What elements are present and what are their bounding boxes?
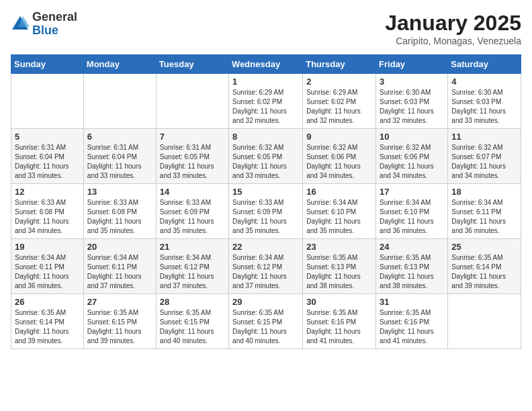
calendar-cell: 9 Sunrise: 6:32 AMSunset: 6:06 PMDayligh…	[303, 129, 376, 184]
day-info: Sunrise: 6:32 AMSunset: 6:05 PMDaylight:…	[232, 143, 299, 181]
calendar-cell: 10 Sunrise: 6:32 AMSunset: 6:06 PMDaylig…	[376, 129, 448, 184]
page-header: General Blue January 2025 Caripito, Mona…	[11, 11, 521, 46]
calendar-cell: 2 Sunrise: 6:29 AMSunset: 6:02 PMDayligh…	[303, 74, 376, 129]
col-header-thursday: Thursday	[303, 55, 376, 74]
calendar-cell: 7 Sunrise: 6:31 AMSunset: 6:05 PMDayligh…	[156, 129, 228, 184]
calendar-header-row: SundayMondayTuesdayWednesdayThursdayFrid…	[11, 55, 521, 74]
day-info: Sunrise: 6:35 AMSunset: 6:15 PMDaylight:…	[87, 308, 152, 346]
calendar-cell: 16 Sunrise: 6:34 AMSunset: 6:10 PMDaylig…	[303, 184, 376, 239]
calendar-cell: 31 Sunrise: 6:35 AMSunset: 6:16 PMDaylig…	[376, 294, 448, 349]
calendar-cell: 20 Sunrise: 6:34 AMSunset: 6:11 PMDaylig…	[83, 239, 156, 294]
day-info: Sunrise: 6:34 AMSunset: 6:10 PMDaylight:…	[306, 198, 372, 236]
day-info: Sunrise: 6:33 AMSunset: 6:09 PMDaylight:…	[160, 198, 225, 236]
calendar-cell: 4 Sunrise: 6:30 AMSunset: 6:03 PMDayligh…	[448, 74, 521, 129]
day-number: 7	[160, 132, 225, 142]
day-info: Sunrise: 6:35 AMSunset: 6:15 PMDaylight:…	[232, 308, 299, 346]
day-info: Sunrise: 6:35 AMSunset: 6:15 PMDaylight:…	[160, 308, 225, 346]
logo-general-text: General	[32, 11, 77, 24]
day-number: 17	[380, 187, 444, 197]
calendar-week-row: 1 Sunrise: 6:29 AMSunset: 6:02 PMDayligh…	[11, 74, 521, 129]
calendar-cell: 6 Sunrise: 6:31 AMSunset: 6:04 PMDayligh…	[83, 129, 156, 184]
logo-icon	[11, 15, 30, 34]
day-number: 21	[160, 242, 225, 252]
day-info: Sunrise: 6:33 AMSunset: 6:08 PMDaylight:…	[15, 198, 80, 236]
calendar-week-row: 12 Sunrise: 6:33 AMSunset: 6:08 PMDaylig…	[11, 184, 521, 239]
calendar-cell: 18 Sunrise: 6:34 AMSunset: 6:11 PMDaylig…	[448, 184, 521, 239]
title-block: January 2025 Caripito, Monagas, Venezuel…	[385, 11, 521, 46]
day-number: 25	[451, 242, 517, 252]
day-number: 30	[306, 297, 372, 307]
day-info: Sunrise: 6:35 AMSunset: 6:14 PMDaylight:…	[15, 308, 80, 346]
col-header-friday: Friday	[376, 55, 448, 74]
logo: General Blue	[11, 11, 77, 38]
day-info: Sunrise: 6:33 AMSunset: 6:09 PMDaylight:…	[232, 198, 299, 236]
calendar-cell: 19 Sunrise: 6:34 AMSunset: 6:11 PMDaylig…	[11, 239, 84, 294]
day-info: Sunrise: 6:30 AMSunset: 6:03 PMDaylight:…	[451, 88, 517, 126]
day-info: Sunrise: 6:34 AMSunset: 6:11 PMDaylight:…	[15, 253, 80, 291]
day-info: Sunrise: 6:31 AMSunset: 6:05 PMDaylight:…	[160, 143, 225, 181]
day-number: 23	[306, 242, 372, 252]
day-info: Sunrise: 6:34 AMSunset: 6:10 PMDaylight:…	[380, 198, 444, 236]
day-number: 24	[380, 242, 444, 252]
day-number: 29	[232, 297, 299, 307]
day-info: Sunrise: 6:31 AMSunset: 6:04 PMDaylight:…	[15, 143, 80, 181]
calendar-cell: 29 Sunrise: 6:35 AMSunset: 6:15 PMDaylig…	[229, 294, 303, 349]
day-info: Sunrise: 6:35 AMSunset: 6:16 PMDaylight:…	[306, 308, 372, 346]
calendar-cell: 25 Sunrise: 6:35 AMSunset: 6:14 PMDaylig…	[448, 239, 521, 294]
day-number: 20	[87, 242, 152, 252]
calendar-week-row: 26 Sunrise: 6:35 AMSunset: 6:14 PMDaylig…	[11, 294, 521, 349]
calendar-cell: 5 Sunrise: 6:31 AMSunset: 6:04 PMDayligh…	[11, 129, 84, 184]
calendar-cell: 21 Sunrise: 6:34 AMSunset: 6:12 PMDaylig…	[156, 239, 228, 294]
month-title: January 2025	[385, 11, 521, 36]
calendar-cell	[11, 74, 84, 129]
day-info: Sunrise: 6:32 AMSunset: 6:06 PMDaylight:…	[380, 143, 444, 181]
calendar-cell: 1 Sunrise: 6:29 AMSunset: 6:02 PMDayligh…	[229, 74, 303, 129]
day-number: 9	[306, 132, 372, 142]
day-number: 11	[451, 132, 517, 142]
day-number: 22	[232, 242, 299, 252]
calendar-cell: 17 Sunrise: 6:34 AMSunset: 6:10 PMDaylig…	[376, 184, 448, 239]
calendar-cell	[83, 74, 156, 129]
calendar-cell: 23 Sunrise: 6:35 AMSunset: 6:13 PMDaylig…	[303, 239, 376, 294]
day-info: Sunrise: 6:34 AMSunset: 6:11 PMDaylight:…	[451, 198, 517, 236]
calendar-cell: 12 Sunrise: 6:33 AMSunset: 6:08 PMDaylig…	[11, 184, 84, 239]
calendar-table: SundayMondayTuesdayWednesdayThursdayFrid…	[11, 54, 521, 349]
day-number: 19	[15, 242, 80, 252]
day-info: Sunrise: 6:35 AMSunset: 6:16 PMDaylight:…	[380, 308, 444, 346]
day-number: 27	[87, 297, 152, 307]
day-info: Sunrise: 6:34 AMSunset: 6:12 PMDaylight:…	[160, 253, 225, 291]
col-header-monday: Monday	[83, 55, 156, 74]
calendar-cell: 22 Sunrise: 6:34 AMSunset: 6:12 PMDaylig…	[229, 239, 303, 294]
day-number: 3	[380, 77, 444, 87]
col-header-saturday: Saturday	[448, 55, 521, 74]
col-header-wednesday: Wednesday	[229, 55, 303, 74]
day-number: 16	[306, 187, 372, 197]
day-info: Sunrise: 6:29 AMSunset: 6:02 PMDaylight:…	[306, 88, 372, 126]
calendar-cell: 14 Sunrise: 6:33 AMSunset: 6:09 PMDaylig…	[156, 184, 228, 239]
day-number: 6	[87, 132, 152, 142]
calendar-cell: 13 Sunrise: 6:33 AMSunset: 6:08 PMDaylig…	[83, 184, 156, 239]
day-number: 5	[15, 132, 80, 142]
col-header-tuesday: Tuesday	[156, 55, 228, 74]
calendar-cell	[448, 294, 521, 349]
calendar-cell: 27 Sunrise: 6:35 AMSunset: 6:15 PMDaylig…	[83, 294, 156, 349]
day-info: Sunrise: 6:32 AMSunset: 6:07 PMDaylight:…	[451, 143, 517, 181]
calendar-week-row: 19 Sunrise: 6:34 AMSunset: 6:11 PMDaylig…	[11, 239, 521, 294]
day-info: Sunrise: 6:35 AMSunset: 6:13 PMDaylight:…	[380, 253, 444, 291]
calendar-cell: 15 Sunrise: 6:33 AMSunset: 6:09 PMDaylig…	[229, 184, 303, 239]
day-number: 18	[451, 187, 517, 197]
calendar-cell: 26 Sunrise: 6:35 AMSunset: 6:14 PMDaylig…	[11, 294, 84, 349]
calendar-cell	[156, 74, 228, 129]
day-number: 1	[232, 77, 299, 87]
logo-blue-text: Blue	[32, 24, 77, 38]
day-info: Sunrise: 6:35 AMSunset: 6:14 PMDaylight:…	[451, 253, 517, 291]
calendar-cell: 30 Sunrise: 6:35 AMSunset: 6:16 PMDaylig…	[303, 294, 376, 349]
day-info: Sunrise: 6:34 AMSunset: 6:11 PMDaylight:…	[87, 253, 152, 291]
calendar-cell: 3 Sunrise: 6:30 AMSunset: 6:03 PMDayligh…	[376, 74, 448, 129]
calendar-cell: 24 Sunrise: 6:35 AMSunset: 6:13 PMDaylig…	[376, 239, 448, 294]
day-info: Sunrise: 6:34 AMSunset: 6:12 PMDaylight:…	[232, 253, 299, 291]
day-info: Sunrise: 6:31 AMSunset: 6:04 PMDaylight:…	[87, 143, 152, 181]
day-number: 4	[451, 77, 517, 87]
day-number: 14	[160, 187, 225, 197]
col-header-sunday: Sunday	[11, 55, 84, 74]
